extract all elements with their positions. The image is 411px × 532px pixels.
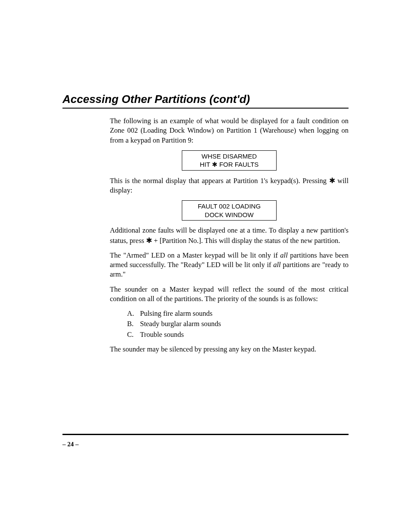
display1-line1: WHSE DISARMED bbox=[185, 152, 274, 161]
display1-line2: HIT ✱ FOR FAULTS bbox=[185, 160, 274, 169]
display2-line1: FAULT 002 LOADING bbox=[185, 202, 274, 211]
list-marker-a: A. bbox=[127, 309, 136, 318]
paragraph-6: The sounder may be silenced by pressing … bbox=[110, 345, 349, 354]
display2-line2: DOCK WINDOW bbox=[185, 211, 274, 219]
section-heading: Accessing Other Partitions (cont'd) bbox=[62, 93, 349, 106]
content-block: The following is an example of what woul… bbox=[62, 116, 349, 354]
italic-all-2: all bbox=[273, 261, 280, 269]
list-marker-c: C. bbox=[127, 330, 136, 339]
italic-all-1: all bbox=[280, 251, 287, 259]
star-icon: ✱ bbox=[329, 177, 335, 184]
heading-rule bbox=[62, 108, 349, 109]
list-item: C. Trouble sounds bbox=[127, 330, 349, 339]
list-marker-b: B. bbox=[127, 319, 136, 329]
keypad-display-2: FAULT 002 LOADING DOCK WINDOW bbox=[182, 200, 277, 221]
list-text-a: Pulsing fire alarm sounds bbox=[140, 309, 212, 318]
list-text-c: Trouble sounds bbox=[140, 330, 184, 339]
intro-paragraph: The following is an example of what woul… bbox=[110, 116, 349, 145]
priority-list: A. Pulsing fire alarm sounds B. Steady b… bbox=[127, 309, 349, 339]
keypad-display-1: WHSE DISARMED HIT ✱ FOR FAULTS bbox=[182, 150, 277, 171]
page-number: – 24 – bbox=[62, 441, 79, 448]
list-text-b: Steady burglar alarm sounds bbox=[140, 319, 221, 329]
footer-rule bbox=[62, 434, 349, 435]
paragraph-2: This is the normal display that appears … bbox=[110, 176, 349, 196]
page-container: Accessing Other Partitions (cont'd) The … bbox=[0, 0, 411, 354]
paragraph-5: The sounder on a Master keypad will refl… bbox=[110, 285, 349, 304]
paragraph-4: The "Armed" LED on a Master keypad will … bbox=[110, 251, 349, 280]
paragraph-3: Additional zone faults will be displayed… bbox=[110, 226, 349, 246]
star-icon: ✱ bbox=[146, 236, 152, 244]
list-item: A. Pulsing fire alarm sounds bbox=[127, 309, 349, 318]
list-item: B. Steady burglar alarm sounds bbox=[127, 319, 349, 329]
star-icon: ✱ bbox=[212, 161, 218, 168]
